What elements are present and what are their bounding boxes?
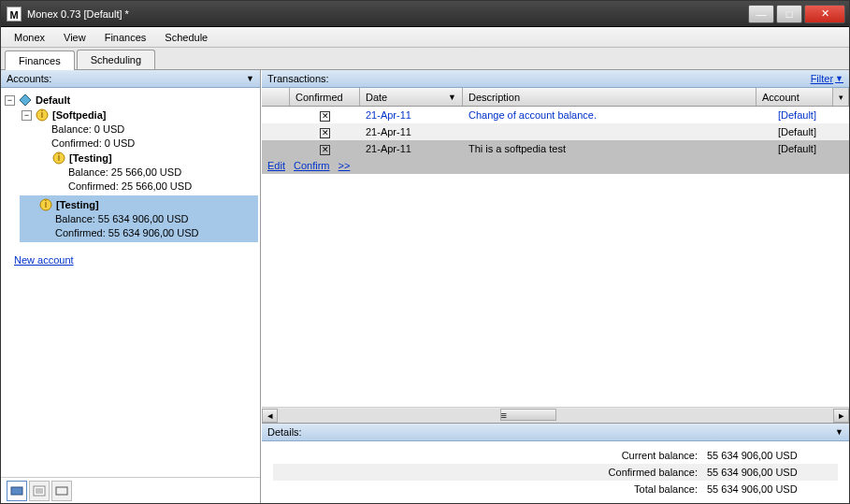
column-date[interactable]: Date ▼ xyxy=(360,88,463,106)
column-scroll-corner: ▾ xyxy=(833,88,849,106)
scroll-track[interactable]: ≡ xyxy=(278,409,833,423)
detail-label: Current balance: xyxy=(622,450,698,461)
tool-button-window[interactable] xyxy=(51,481,72,501)
tree-item-testing-child[interactable]: i [Testing] xyxy=(36,151,258,166)
details-body: Current balance: 55 634 906,00 USD Confi… xyxy=(262,441,849,503)
date-cell: 21-Apr-11 xyxy=(360,109,463,121)
table-row[interactable]: ✕ 21-Apr-11 [Default] xyxy=(262,123,849,140)
sidebar-toolbar xyxy=(1,477,260,503)
content-area: Accounts: ▼ − Default − i [Softpedia] xyxy=(1,70,849,503)
svg-rect-7 xyxy=(11,487,22,495)
detail-value: 55 634 906,00 USD xyxy=(707,483,838,495)
checkbox-icon: ✕ xyxy=(320,111,330,122)
confirmed-cell[interactable]: ✕ xyxy=(290,109,360,122)
svg-text:i: i xyxy=(45,198,47,209)
detail-label: Confirmed balance: xyxy=(609,467,698,478)
filter-link[interactable]: Filter ▼ xyxy=(811,73,843,84)
title-bar: M Monex 0.73 [Default] * — □ ✕ xyxy=(1,1,849,27)
table-row[interactable]: ✕ 21-Apr-11 Thi is a softpedia test [Def… xyxy=(262,140,849,157)
app-icon: M xyxy=(7,7,22,22)
account-cell: [Default] xyxy=(772,109,849,121)
column-date-label: Date xyxy=(366,92,387,103)
account-cell: [Default] xyxy=(772,126,849,137)
column-account[interactable]: Account xyxy=(756,88,833,106)
tool-button-list[interactable] xyxy=(29,481,50,501)
confirmed-cell[interactable]: ✕ xyxy=(290,126,360,138)
confirmed-text: Confirmed: 55 634 906,00 USD xyxy=(55,226,254,240)
card-icon xyxy=(10,485,23,497)
accounts-title: Accounts: xyxy=(7,73,51,84)
scroll-thumb[interactable]: ≡ xyxy=(500,409,556,421)
new-account-link[interactable]: New account xyxy=(3,245,258,275)
tree-label: Default xyxy=(36,94,70,106)
balance-text: Balance: 55 634 906,00 USD xyxy=(55,212,254,226)
scroll-left-icon[interactable]: ◂ xyxy=(262,409,278,423)
checkbox-icon: ✕ xyxy=(320,128,330,138)
close-button[interactable]: ✕ xyxy=(804,5,845,23)
accounts-tree: − Default − i [Softpedia] Balance: 0 USD… xyxy=(1,88,260,477)
balance-text: Balance: 25 566,00 USD xyxy=(68,166,258,180)
tree-item-default[interactable]: − Default xyxy=(3,93,258,108)
diamond-icon xyxy=(19,94,32,107)
tab-scheduling[interactable]: Scheduling xyxy=(77,50,155,69)
tree-item-softpedia[interactable]: − i [Softpedia] xyxy=(20,108,258,122)
detail-value: 55 634 906,00 USD xyxy=(707,450,838,461)
svg-text:i: i xyxy=(58,151,60,163)
account-details: Balance: 0 USD Confirmed: 0 USD xyxy=(20,122,258,151)
confirmed-cell[interactable]: ✕ xyxy=(290,143,360,155)
confirmed-text: Confirmed: 0 USD xyxy=(51,137,258,151)
more-link[interactable]: >> xyxy=(339,160,351,171)
svg-marker-0 xyxy=(20,94,31,106)
window-icon xyxy=(55,485,68,497)
coin-icon: i xyxy=(36,108,49,122)
account-details: Balance: 25 566,00 USD Confirmed: 25 566… xyxy=(36,166,258,194)
tab-strip: Finances Scheduling xyxy=(1,48,849,70)
scroll-right-icon[interactable]: ▸ xyxy=(833,409,849,423)
tool-button-card[interactable] xyxy=(7,481,27,501)
tree-children: i [Testing] Balance: 25 566,00 USD Confi… xyxy=(20,151,258,194)
svg-text:i: i xyxy=(41,108,43,120)
detail-label: Total balance: xyxy=(634,483,698,495)
tree-label: [Softpedia] xyxy=(52,109,106,121)
column-description[interactable]: Description xyxy=(463,88,756,106)
menu-monex[interactable]: Monex xyxy=(5,29,54,46)
accounts-header: Accounts: ▼ xyxy=(1,70,260,88)
description-cell: Thi is a softpedia test xyxy=(463,143,772,154)
svg-rect-12 xyxy=(56,487,67,495)
coin-icon: i xyxy=(39,198,52,211)
menu-view[interactable]: View xyxy=(54,29,95,46)
detail-row-confirmed: Confirmed balance: 55 634 906,00 USD xyxy=(273,464,838,481)
transactions-header: Transactions: Filter ▼ xyxy=(262,70,849,88)
date-cell: 21-Apr-11 xyxy=(360,126,463,137)
checkbox-icon: ✕ xyxy=(320,145,330,155)
tree-row: i [Testing] xyxy=(23,197,254,212)
table-row[interactable]: ✕ 21-Apr-11 Change of account balance. [… xyxy=(262,107,849,123)
detail-row-total: Total balance: 55 634 906,00 USD xyxy=(273,481,838,497)
column-confirmed[interactable]: Confirmed xyxy=(290,88,360,106)
dropdown-icon: ▼ xyxy=(835,74,843,83)
balance-text: Balance: 0 USD xyxy=(51,122,258,137)
detail-row-current: Current balance: 55 634 906,00 USD xyxy=(273,447,838,464)
details-panel: Details: ▼ Current balance: 55 634 906,0… xyxy=(262,423,849,503)
column-checkbox[interactable] xyxy=(262,88,290,106)
maximize-button[interactable]: □ xyxy=(776,5,802,23)
description-cell: Change of account balance. xyxy=(463,109,772,121)
menu-finances[interactable]: Finances xyxy=(95,29,156,46)
tree-root: − Default − i [Softpedia] Balance: 0 USD… xyxy=(3,92,258,245)
dropdown-icon[interactable]: ▼ xyxy=(835,427,843,437)
expander-icon[interactable]: − xyxy=(5,95,15,106)
minimize-button[interactable]: — xyxy=(748,5,774,23)
horizontal-scrollbar[interactable]: ◂ ≡ ▸ xyxy=(262,407,849,423)
tree-item-testing-selected[interactable]: i [Testing] Balance: 55 634 906,00 USD C… xyxy=(20,195,258,242)
expander-icon[interactable]: − xyxy=(22,110,32,121)
window-controls: — □ ✕ xyxy=(746,5,845,23)
tree-children: − i [Softpedia] Balance: 0 USD Confirmed… xyxy=(3,108,258,242)
edit-link[interactable]: Edit xyxy=(267,160,285,171)
account-cell: [Default] xyxy=(772,143,849,154)
menu-schedule[interactable]: Schedule xyxy=(155,29,217,46)
confirm-link[interactable]: Confirm xyxy=(294,160,330,171)
tab-finances[interactable]: Finances xyxy=(5,50,75,70)
dropdown-icon[interactable]: ▼ xyxy=(246,74,254,83)
detail-value: 55 634 906,00 USD xyxy=(707,467,838,478)
dropdown-icon[interactable]: ▾ xyxy=(839,93,843,102)
